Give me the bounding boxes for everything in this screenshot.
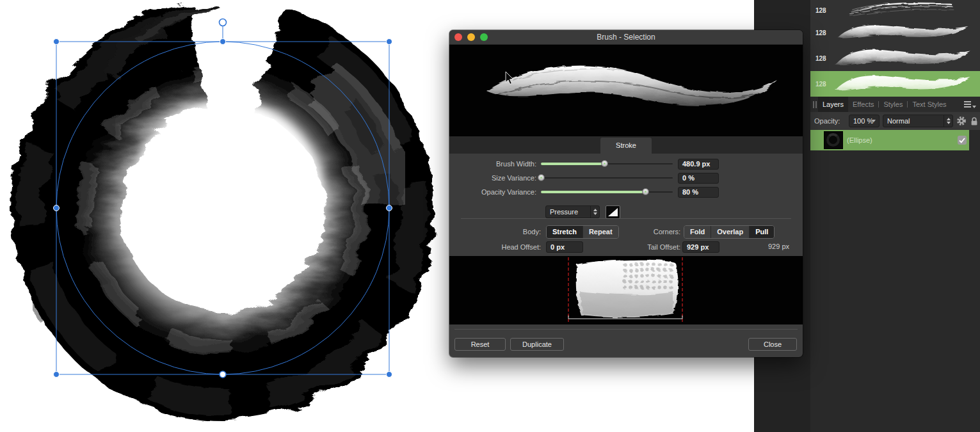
handle-mid-left[interactable]	[54, 205, 60, 211]
right-panel: 128 128 128 12	[810, 0, 980, 432]
handle-bottom-right[interactable]	[387, 372, 392, 378]
selection-overlay	[0, 0, 448, 432]
chevron-down-icon	[872, 120, 876, 122]
corners-option-overlap[interactable]: Overlap	[711, 226, 749, 238]
body-option-repeat[interactable]: Repeat	[582, 226, 618, 238]
dialog-tabstrip: Stroke	[449, 136, 803, 154]
corners-option-pull[interactable]: Pull	[749, 226, 774, 238]
size-variance-value[interactable]: 0 %	[678, 173, 719, 184]
handle-top-left[interactable]	[54, 39, 60, 45]
app-screen: 128 128 128 12	[0, 0, 980, 432]
body-row: Body: Stretch Repeat Corners: Fold Overl…	[449, 225, 803, 239]
checkmark-icon	[959, 138, 965, 143]
rotation-handle[interactable]	[220, 19, 227, 26]
reset-button[interactable]: Reset	[454, 338, 506, 351]
layer-thumbnail	[824, 131, 843, 149]
body-segmented-control: Stretch Repeat	[546, 225, 619, 239]
offset-row: Head Offset: 0 px Tail Offset: 929 px 92…	[449, 241, 803, 253]
brush-item[interactable]: 128	[810, 45, 980, 71]
slider-thumb[interactable]	[642, 188, 649, 195]
handle-top-mid[interactable]	[220, 39, 226, 45]
opacity-label: Opacity:	[814, 117, 847, 125]
stepper-arrows-icon	[590, 206, 599, 218]
panel-grip-icon[interactable]	[813, 101, 818, 108]
brush-selection-dialog: Brush - Selection Stroke Brush Width: 48…	[449, 30, 803, 357]
body-label: Body:	[512, 228, 541, 236]
tab-styles[interactable]: Styles	[879, 97, 907, 112]
pressure-dropdown[interactable]: Pressure	[545, 205, 600, 218]
panel-menu-icon[interactable]	[964, 101, 976, 108]
brush-size-label: 128	[815, 55, 826, 62]
handle-bottom-left[interactable]	[54, 372, 60, 378]
tail-offset-field[interactable]: 929 px	[682, 241, 719, 253]
brush-stroke-thumbnail	[828, 1, 977, 20]
opacity-value: 100 %	[849, 117, 873, 125]
corners-option-fold[interactable]: Fold	[684, 226, 711, 238]
duplicate-button[interactable]: Duplicate	[510, 338, 564, 351]
tab-text-styles[interactable]: Text Styles	[908, 97, 951, 112]
layer-visibility-checkbox[interactable]	[958, 136, 967, 145]
corners-segmented-control: Fold Overlap Pull	[684, 225, 775, 239]
stroke-controls: Brush Width: 480.9 px Size Variance: 0 %…	[449, 154, 803, 219]
linear-ramp-icon	[607, 207, 618, 217]
brush-width-value[interactable]: 480.9 px	[678, 159, 719, 170]
pressure-value: Pressure	[546, 208, 578, 216]
handle-top-right[interactable]	[387, 39, 392, 45]
head-offset-field[interactable]: 0 px	[546, 241, 583, 253]
layers-options-row: Opacity: 100 % Normal	[810, 112, 980, 130]
brush-stroke-thumbnail	[828, 72, 977, 96]
brush-item[interactable]: 128	[810, 20, 980, 45]
divider	[461, 218, 791, 219]
layers-panel-tabbar: Layers Effects Styles Text Styles	[810, 97, 980, 112]
body-option-stretch[interactable]: Stretch	[547, 226, 582, 238]
brush-stroke-thumbnail	[828, 46, 977, 70]
gear-icon[interactable]	[956, 116, 967, 126]
brush-width-slider[interactable]	[541, 160, 673, 168]
opacity-variance-label: Opacity Variance:	[449, 188, 541, 196]
layer-name: (Ellipse)	[847, 136, 872, 144]
blend-mode-dropdown[interactable]: Normal	[883, 115, 953, 127]
brush-stroke-thumbnail	[828, 21, 977, 44]
pressure-ramp-button[interactable]	[606, 205, 620, 219]
brush-item[interactable]: 128	[810, 0, 980, 20]
size-variance-label: Size Variance:	[449, 174, 541, 182]
brush-nub-preview	[449, 256, 803, 324]
dialog-footer: Reset Duplicate Close	[449, 324, 803, 357]
divider	[454, 329, 798, 330]
brush-size-label: 128	[815, 29, 826, 36]
blend-mode-value: Normal	[883, 117, 910, 125]
head-offset-label: Head Offset:	[488, 243, 541, 251]
brush-size-label: 128	[815, 6, 826, 13]
close-button[interactable]: Close	[748, 338, 797, 351]
opacity-variance-value[interactable]: 80 %	[678, 187, 719, 198]
dialog-titlebar[interactable]: Brush - Selection	[449, 30, 803, 45]
slider-thumb[interactable]	[538, 174, 545, 181]
tab-layers[interactable]: Layers	[818, 97, 848, 112]
selection-bounds	[56, 42, 389, 374]
brush-width-label: Brush Width:	[449, 160, 541, 168]
tail-offset-label: Tail Offset:	[636, 243, 680, 251]
handle-bottom-mid[interactable]	[220, 371, 226, 378]
tail-offset-readout: 929 px	[768, 243, 789, 250]
ellipse-path	[56, 42, 389, 374]
corners-label: Corners:	[639, 228, 680, 236]
stepper-arrows-icon	[944, 115, 952, 127]
brush-item[interactable]: 128	[810, 71, 980, 97]
slider-thumb[interactable]	[601, 160, 608, 167]
layers-list: (Ellipse)	[810, 130, 980, 432]
tab-stroke[interactable]: Stroke	[600, 138, 652, 154]
size-variance-slider[interactable]	[541, 174, 673, 182]
layer-row-ellipse[interactable]: (Ellipse)	[810, 130, 969, 150]
brush-list: 128 128 128 12	[810, 0, 980, 97]
tab-effects[interactable]: Effects	[848, 97, 878, 112]
opacity-variance-slider[interactable]	[541, 188, 673, 196]
dialog-title: Brush - Selection	[449, 33, 803, 42]
brush-preview-large	[449, 45, 803, 136]
lock-icon[interactable]	[970, 116, 979, 126]
selection-handles[interactable]	[54, 19, 392, 378]
handle-mid-right[interactable]	[387, 205, 392, 211]
opacity-dropdown[interactable]: 100 %	[849, 115, 880, 127]
brush-size-label: 128	[815, 81, 826, 88]
